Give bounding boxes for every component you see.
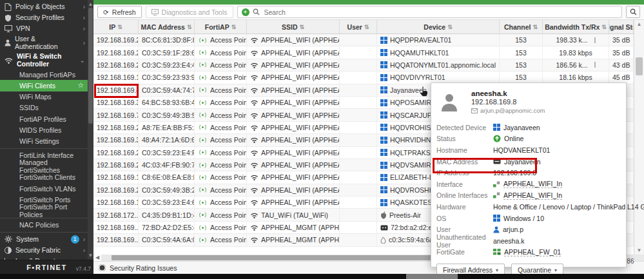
column-header-user[interactable]: User⇅: [340, 20, 377, 34]
channel-value: 153: [515, 61, 527, 69]
sidebar-scrollbar[interactable]: ▲ ▼: [88, 0, 93, 260]
fortiap-value: Access Point -1: [210, 136, 247, 144]
column-header-label: Channel: [504, 23, 531, 31]
signal-value: 35 dB: [612, 49, 630, 57]
tooltip-field-text: APPHEAL_WIFI_In: [503, 191, 562, 200]
refresh-button[interactable]: ⟳ Refresh: [97, 6, 142, 18]
favorite-star-icon[interactable]: ☆: [77, 81, 84, 90]
radio-icon: [198, 162, 208, 169]
column-header-bandwidth-tx-rx[interactable]: Bandwidth Tx/Rx⇅: [543, 20, 609, 34]
cell-fortiap: Access Point -6: [195, 209, 247, 220]
cell-user: [340, 34, 377, 46]
sidebar-scroll-up-icon[interactable]: ▲: [88, 1, 93, 7]
column-header-label: SSID: [282, 23, 298, 31]
table-scroll-left-icon[interactable]: ◀: [93, 255, 101, 261]
sidebar-subitem-label: WiFi Settings: [19, 137, 84, 145]
cell-ssid: APPHEAL_WIFI (APPHEAL_WIFI): [247, 134, 340, 146]
ip-value: 192.168.169.14: [97, 73, 139, 81]
cell-ip: 192.168.169.17: [93, 197, 139, 208]
cell-ip: 192.168.169.36: [93, 134, 139, 146]
column-header-ip[interactable]: IP⇅: [93, 20, 139, 34]
sidebar-item-wifi-switch-controller[interactable]: WiFi & Switch Controller⌄: [0, 52, 88, 69]
mac-value: 8C:C6:81:3D:8F:8D: [142, 36, 195, 44]
windows-icon: [380, 149, 387, 156]
sidebar-item-managed-fortiaps[interactable]: Managed FortiAPs: [0, 69, 88, 80]
fortiap-value: Access Point -3: [210, 86, 247, 94]
table-vertical-scrollbar[interactable]: ▲ ▼: [634, 20, 644, 255]
column-header-signal-stre[interactable]: Signal Stre: [609, 20, 634, 34]
sidebar-item-wifi-clients[interactable]: WiFi Clients☆: [0, 80, 88, 91]
cell-mac: C4:35:D9:B1:1D:4E: [139, 209, 195, 220]
table-scroll-up-icon[interactable]: ▲: [634, 21, 644, 27]
search-input[interactable]: [263, 8, 618, 17]
sidebar-item-fortiap-profiles[interactable]: FortiAP Profiles: [0, 113, 88, 124]
sidebar-item-fortiswitch-port-policies[interactable]: FortiSwitch Port Policies: [0, 205, 88, 216]
table-scroll-thumb[interactable]: [636, 57, 643, 75]
sidebar-item-label: Security Profiles: [15, 14, 79, 22]
sidebar-item-label: Policy & Objects: [15, 3, 79, 11]
sidebar-item-fortiswitch-vlans[interactable]: FortiSwitch VLANs: [0, 183, 88, 194]
ssid-icon: [250, 174, 259, 180]
table-header-row: IP⇅MAC Address⇅FortiAP⇅SSID⇅User⇅Device⇅…: [93, 20, 634, 34]
sidebar-item-system[interactable]: System1›: [0, 234, 88, 245]
ssid-value: TAU_WiFi (TAU_WiFi): [261, 211, 328, 219]
gear-icon: [5, 235, 12, 243]
sidebar-item-wifi-settings[interactable]: WiFi Settings: [0, 135, 88, 146]
sidebar-item-ssids[interactable]: SSIDs: [0, 102, 88, 113]
column-header-label: MAC Address: [141, 23, 184, 31]
firmware-version: v7.4.7: [76, 265, 91, 272]
tooltip-field-label: OS: [436, 215, 493, 222]
windows-icon: [380, 199, 387, 206]
cell-mac: C0:3C:59:23:E4:F7: [139, 147, 195, 159]
sidebar-item-security-fabric[interactable]: Security Fabric›: [0, 245, 88, 256]
column-header-device[interactable]: Device⇅: [377, 20, 500, 34]
sidebar-item-security-profiles[interactable]: Security Profiles›: [0, 12, 88, 23]
bandwidth-value: 18.16 kbps: [559, 73, 592, 81]
sidebar-item-vpn[interactable]: VPN›: [0, 23, 88, 34]
droplet-icon: [380, 236, 386, 244]
cell-ssid: APPHEAL_WIFI (APPHEAL_WIFI): [247, 46, 340, 58]
user-blue-icon: [493, 226, 500, 233]
ssid-value: APPHEAL_WIFI (APPHEAL_WIFI): [261, 99, 340, 106]
sidebar-item-wifi-maps[interactable]: WiFi Maps: [0, 91, 88, 102]
sidebar-scroll-thumb[interactable]: [88, 8, 93, 124]
sidebar-item-managed-fortiswitches[interactable]: Managed FortiSwitches: [0, 161, 88, 172]
device-value: HQQAMUTHKLT01: [390, 49, 449, 57]
cell-ssid: APPHEAL_WIFI (APPHEAL_WIFI): [247, 34, 340, 46]
add-filter-icon[interactable]: +: [242, 8, 249, 16]
sidebar-item-user-authentication[interactable]: User & Authentication›: [0, 34, 88, 52]
tooltip-field-online-interfaces: Online InterfacesAPPHEAL_WIFI_In: [436, 190, 621, 202]
sidebar-scroll-down-icon[interactable]: ▼: [88, 253, 93, 258]
tooltip-field-text: Online: [504, 135, 523, 142]
cell-user: [340, 59, 377, 71]
apple-icon: [380, 211, 387, 219]
table-search-button[interactable]: [626, 6, 640, 18]
column-header-ssid[interactable]: SSID⇅: [247, 20, 340, 34]
tooltip-field-label: Hardware: [436, 203, 493, 211]
table-row[interactable]: 192.168.169.228C:C6:81:3D:8F:8DAccess Po…: [93, 34, 634, 46]
column-header-fortiap[interactable]: FortiAP⇅: [195, 20, 247, 34]
sidebar-item-policy-objects[interactable]: Policy & Objects›: [0, 1, 88, 12]
tooltip-field-value[interactable]: APPHEAL_WIFI_In: [493, 180, 562, 188]
table-row[interactable]: 192.168.169.21C0:3C:59:23:E4:43Access Po…: [93, 59, 634, 72]
sidebar-item-wids-profiles[interactable]: WIDS Profiles: [0, 124, 88, 135]
search-bar[interactable]: +: [237, 6, 622, 18]
fortigate-icon: [493, 249, 501, 255]
sidebar-item-fortiswitch-clients[interactable]: FortiSwitch Clients: [0, 172, 88, 183]
interface-icon: [493, 192, 500, 198]
sidebar-item-nac-policies[interactable]: NAC Policies: [0, 220, 88, 231]
cell-ip: 192.168.169.32: [93, 97, 139, 108]
column-header-mac-address[interactable]: MAC Address⇅: [139, 20, 195, 34]
sidebar-item-label: System: [16, 236, 67, 244]
table-scroll-down-icon[interactable]: ▼: [634, 247, 644, 253]
windows-icon: [380, 174, 387, 181]
table-row[interactable]: 192.168.169.26C0:3C:59:1F:28:6DAccess Po…: [93, 46, 634, 59]
tooltip-field-text: APPHEAL_FW_01: [504, 248, 561, 256]
cell-signal: 43 dB: [609, 59, 634, 71]
cell-user: [340, 197, 377, 208]
tooltip-field-value[interactable]: APPHEAL_WIFI_In: [493, 191, 562, 200]
diagnostics-button[interactable]: Diagnostics and Tools: [146, 6, 233, 18]
bandwidth-value: 19.83 kbps: [559, 49, 592, 57]
tooltip-field-value[interactable]: APPHEAL_FW_01: [493, 248, 561, 256]
column-header-channel[interactable]: Channel⇅: [500, 20, 543, 34]
